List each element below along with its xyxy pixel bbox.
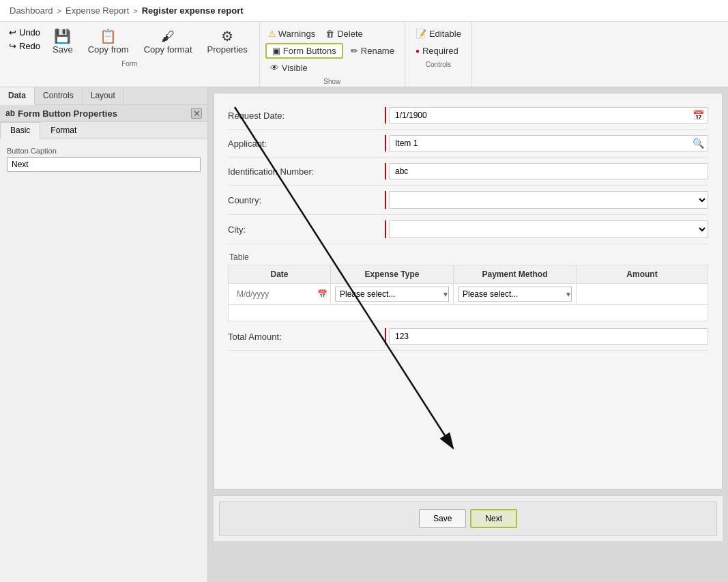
col-amount: Amount	[577, 265, 708, 284]
copy-format-label: Copy format	[144, 44, 192, 55]
copy-format-button[interactable]: 🖌 Copy format	[138, 26, 199, 58]
main-layout: Data Controls Layout ab Form Button Prop…	[0, 87, 728, 582]
country-row: Country:	[228, 191, 708, 215]
properties-tabs: Basic Format	[0, 122, 207, 139]
col-payment-method: Payment Method	[454, 265, 577, 284]
breadcrumb-current: Register expense report	[142, 5, 244, 16]
payment-method-cell: Please select... ▼	[454, 284, 577, 305]
properties-title: Form Button Properties	[18, 108, 117, 119]
required-button[interactable]: ● Required	[411, 43, 463, 59]
form-buttons-icon: ▣	[272, 46, 280, 56]
visible-button[interactable]: 👁 Visible	[265, 60, 312, 76]
breadcrumb-expense[interactable]: Expense Report	[65, 5, 129, 16]
properties-close-button[interactable]: ✕	[191, 108, 202, 119]
ribbon-controls-group: 📝 Editable ● Required Controls	[405, 22, 472, 87]
city-row: City:	[228, 220, 708, 244]
calendar-icon: 📅	[693, 110, 704, 121]
ribbon: ↩ Undo ↪ Redo 💾 Save 📋 Copy from	[0, 22, 728, 87]
copy-from-button[interactable]: 📋 Copy from	[82, 26, 135, 58]
total-amount-label: Total Amount:	[228, 332, 385, 342]
country-label: Country:	[228, 195, 385, 205]
request-date-input[interactable]	[389, 107, 708, 123]
table-row: 📅 Please select... ▼	[229, 284, 708, 305]
breadcrumb: Dashboard > Expense Report > Register ex…	[0, 0, 728, 22]
request-date-row: Request Date: 📅	[228, 107, 708, 130]
required-label: Required	[422, 46, 458, 56]
delete-button[interactable]: 🗑 Delete	[321, 26, 368, 42]
table-title: Table	[228, 250, 708, 265]
save-label: Save	[53, 44, 73, 55]
editable-label: Editable	[429, 29, 461, 39]
ribbon-form-group: ↩ Undo ↪ Redo 💾 Save 📋 Copy from	[0, 22, 260, 87]
undo-button[interactable]: ↩ Undo	[5, 26, 44, 39]
country-select[interactable]	[389, 191, 708, 209]
visible-label: Visible	[282, 63, 308, 73]
col-date: Date	[229, 265, 331, 284]
form-buttons-button[interactable]: ▣ Form Buttons	[265, 43, 343, 59]
identification-row: Identification Number:	[228, 163, 708, 186]
warnings-button[interactable]: ⚠ Warnings	[265, 27, 318, 40]
warnings-label: Warnings	[278, 29, 315, 39]
form-inner: Request Date: 📅 Applicant:	[214, 93, 722, 489]
col-expense-type: Expense Type	[331, 265, 454, 284]
scroll-area: Request Date: 📅 Applicant:	[208, 87, 728, 582]
button-caption-input[interactable]	[7, 157, 201, 172]
expense-type-select[interactable]: Please select...	[335, 287, 449, 302]
date-input[interactable]	[233, 287, 326, 301]
payment-method-select[interactable]: Please select...	[458, 287, 572, 302]
applicant-input[interactable]	[389, 135, 708, 151]
save-button[interactable]: 💾 Save	[46, 26, 79, 58]
required-icon: ●	[416, 47, 420, 55]
props-tab-basic[interactable]: Basic	[0, 122, 40, 139]
date-calendar-icon: 📅	[317, 289, 327, 299]
rename-button[interactable]: ✏ Rename	[346, 43, 399, 59]
properties-button[interactable]: ⚙ Properties	[201, 26, 254, 58]
amount-input[interactable]	[581, 287, 703, 301]
city-label: City:	[228, 224, 385, 235]
breadcrumb-sep-1: >	[57, 7, 61, 15]
controls-group-label: Controls	[411, 61, 466, 68]
tab-controls[interactable]: Controls	[35, 87, 83, 104]
total-amount-row: Total Amount:	[228, 328, 708, 351]
delete-icon: 🗑	[325, 29, 334, 39]
close-icon: ✕	[193, 108, 201, 119]
properties-body: Button Caption	[0, 139, 207, 180]
next-form-button[interactable]: Next	[470, 509, 517, 528]
rename-label: Rename	[361, 46, 394, 56]
search-icon: 🔍	[693, 138, 704, 149]
tab-layout[interactable]: Layout	[83, 87, 124, 104]
editable-icon: 📝	[416, 29, 426, 39]
total-amount-input[interactable]	[389, 328, 708, 345]
redo-button[interactable]: ↪ Redo	[5, 40, 44, 53]
save-form-button[interactable]: Save	[419, 509, 466, 528]
date-cell: 📅	[229, 284, 331, 305]
warning-icon: ⚠	[268, 29, 276, 39]
tab-data[interactable]: Data	[0, 87, 35, 105]
table-empty-row	[229, 305, 708, 321]
undo-redo-group: ↩ Undo ↪ Redo	[5, 26, 44, 53]
props-icon: ab	[5, 108, 15, 118]
request-date-label: Request Date:	[228, 111, 385, 121]
form-canvas: Request Date: 📅 Applicant:	[214, 93, 723, 490]
properties-label: Properties	[207, 44, 248, 55]
applicant-row: Applicant: 🔍	[228, 135, 708, 158]
identification-label: Identification Number:	[228, 166, 385, 177]
expense-table: Date Expense Type Payment Method Amount	[228, 265, 708, 321]
editable-button[interactable]: 📝 Editable	[411, 26, 466, 42]
properties-header: ab Form Button Properties ✕	[0, 105, 207, 122]
breadcrumb-dashboard[interactable]: Dashboard	[10, 5, 53, 16]
right-content: Request Date: 📅 Applicant:	[208, 87, 728, 582]
properties-panel: ab Form Button Properties ✕ Basic Format…	[0, 105, 207, 582]
undo-icon: ↩	[9, 27, 16, 38]
button-caption-label: Button Caption	[7, 147, 201, 155]
copy-from-label: Copy from	[88, 44, 129, 55]
panel-tabs: Data Controls Layout	[0, 87, 207, 105]
form-group-label: Form	[5, 60, 254, 68]
bottom-bar: Save Next	[214, 495, 723, 541]
props-tab-format[interactable]: Format	[40, 122, 87, 138]
undo-label: Undo	[19, 27, 40, 38]
redo-icon: ↪	[9, 41, 16, 51]
identification-input[interactable]	[389, 163, 708, 179]
city-select[interactable]	[389, 220, 708, 238]
left-panel: Data Controls Layout ab Form Button Prop…	[0, 87, 208, 582]
